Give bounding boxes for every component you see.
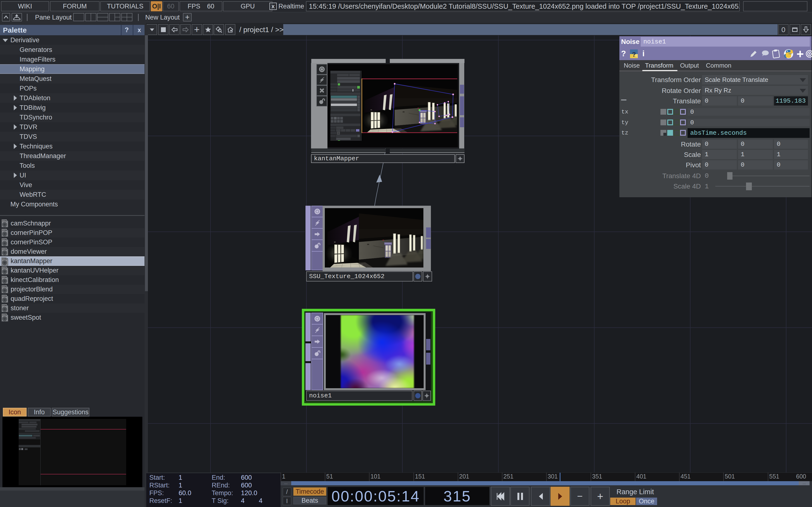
svg-text:?: ?	[632, 51, 636, 58]
